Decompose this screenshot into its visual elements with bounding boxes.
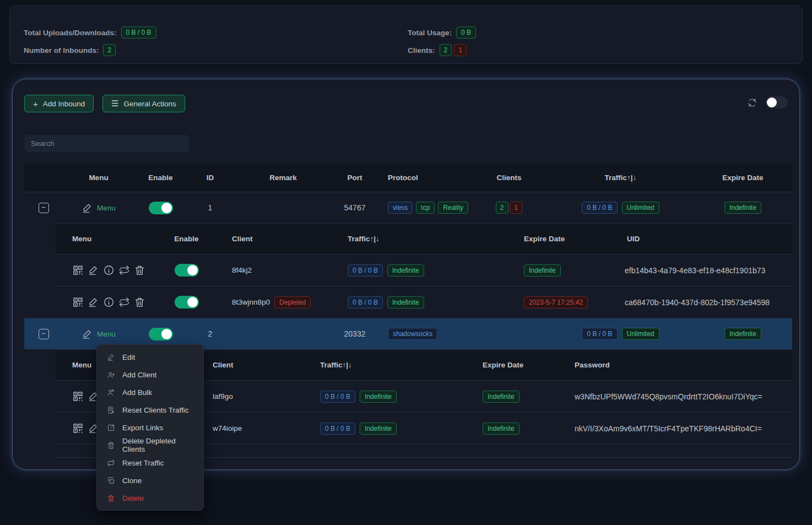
traffic-badge: 0 B / 0 B	[582, 202, 617, 214]
client-enable-toggle[interactable]	[175, 264, 199, 277]
row-menu-button[interactable]: Menu	[82, 328, 116, 340]
export-icon	[107, 424, 115, 432]
reset-traffic-icon[interactable]	[118, 296, 130, 308]
plus-icon: +	[33, 99, 38, 109]
menu-lines-icon: ☰	[111, 99, 118, 109]
traffic-badge: 0 B / 0 B	[320, 391, 355, 403]
qr-code-icon[interactable]	[72, 391, 84, 402]
header-uid: UID	[620, 235, 792, 243]
inbound-port: 20332	[333, 329, 377, 338]
clients-depleted-badge: 1	[454, 44, 467, 56]
header-expire-date: Expire Date	[694, 174, 792, 182]
menu-item-add-bulk[interactable]: Add Bulk	[97, 383, 203, 401]
reset-traffic-icon[interactable]	[118, 264, 130, 276]
client-name: 8f4kj2	[215, 266, 337, 274]
traffic-badge: 0 B / 0 B	[582, 328, 617, 340]
inbound-row-1: − Menu 1 54767 vless tcp Reality 2 1 0	[24, 192, 792, 223]
menu-item-label: Reset Clients Traffic	[122, 406, 189, 414]
header-client: Client	[204, 361, 309, 369]
header-expire-date: Expire Date	[513, 235, 620, 243]
depleted-badge: Depleted	[274, 296, 311, 308]
search-input[interactable]	[24, 135, 190, 152]
info-icon[interactable]	[103, 296, 115, 308]
enable-toggle[interactable]	[149, 202, 173, 214]
stat-value-badge: 2	[103, 44, 116, 56]
stat-value-badge: 0 B	[456, 26, 476, 39]
edit-pencil-icon	[82, 202, 93, 214]
expire-badge: Indefinite	[483, 423, 519, 435]
delete-icon[interactable]	[134, 264, 145, 276]
expire-badge: 2023-5-7 17:25:42	[524, 296, 588, 308]
expire-badge: Indefinite	[724, 328, 761, 340]
inbound-port: 54767	[333, 203, 377, 212]
user-add-icon	[107, 371, 115, 379]
row-menu-button[interactable]: Menu	[82, 202, 116, 214]
client-name: laf9go	[204, 392, 309, 400]
inbounds-table-header: Menu Enable ID Remark Port Protocol Clie…	[24, 163, 792, 192]
header-traffic-sort[interactable]: Traffic↑|↓	[337, 235, 513, 243]
client-row: 8t3wjnn8p0 Depleted 0 B / 0 B Indefinite…	[56, 286, 792, 318]
collapse-row-button[interactable]: −	[39, 329, 49, 339]
menu-item-export-links[interactable]: Export Links	[97, 419, 203, 436]
clients-table-vless: Menu Enable Client Traffic↑|↓ Expire Dat…	[56, 223, 792, 318]
menu-item-reset-traffic[interactable]: Reset Traffic	[97, 454, 203, 472]
row-menu-label: Menu	[97, 330, 116, 338]
qr-code-icon[interactable]	[72, 296, 84, 308]
security-badge: Reality	[438, 202, 468, 214]
client-enable-toggle[interactable]	[175, 296, 199, 308]
menu-item-delete[interactable]: Delete	[97, 489, 203, 507]
qr-code-icon[interactable]	[72, 423, 84, 434]
header-menu: Menu	[63, 174, 134, 182]
add-inbound-label: Add Inbound	[43, 100, 85, 108]
menu-item-label: Delete	[122, 494, 144, 502]
delete-icon[interactable]	[134, 296, 145, 308]
menu-item-add-client[interactable]: Add Client	[97, 366, 203, 383]
stat-total-uploads-downloads: Total Uploads/Downloads: 0 B / 0 B	[24, 26, 156, 39]
menu-item-label: Delete Depleted Clients	[122, 437, 193, 453]
stat-label: Total Uploads/Downloads:	[24, 29, 117, 37]
stat-label: Number of Inbounds:	[24, 46, 99, 55]
info-icon[interactable]	[103, 264, 115, 276]
general-actions-button[interactable]: ☰ General Actions	[102, 95, 185, 112]
qr-code-icon[interactable]	[72, 264, 84, 276]
menu-item-label: Clone	[122, 477, 142, 485]
menu-item-reset-clients-traffic[interactable]: Reset Clients Traffic	[97, 401, 203, 419]
inbound-id: 2	[187, 329, 234, 338]
network-badge: tcp	[416, 202, 435, 214]
edit-pencil-icon[interactable]	[88, 264, 99, 276]
traffic-limit-badge: Indefinite	[387, 296, 424, 308]
traffic-limit-badge: Unlimited	[622, 202, 659, 214]
menu-item-label: Reset Traffic	[122, 459, 164, 467]
menu-item-edit[interactable]: Edit	[97, 348, 203, 366]
menu-item-label: Add Bulk	[122, 388, 152, 397]
delete-icon	[107, 494, 115, 502]
traffic-badge: 0 B / 0 B	[348, 264, 383, 277]
client-name: w74ioipe	[204, 424, 309, 432]
collapse-row-button[interactable]: −	[39, 203, 49, 213]
stat-label: Total Usage:	[408, 29, 452, 37]
client-name: 8t3wjnn8p0	[232, 298, 270, 306]
enable-toggle[interactable]	[149, 328, 173, 340]
traffic-limit-badge: Indefinite	[360, 391, 397, 403]
client-password: w3NfbzUPf5WWd745Q8pvsmQrdrttT2IO6knuI7Di…	[568, 392, 792, 401]
row-menu-label: Menu	[97, 204, 116, 212]
edit-pencil-icon[interactable]	[88, 296, 99, 308]
expire-badge: Indefinite	[524, 264, 561, 277]
header-enable: Enable	[134, 174, 187, 182]
header-traffic-sort[interactable]: Traffic↑|↓	[309, 361, 474, 369]
general-actions-label: General Actions	[123, 100, 176, 108]
traffic-limit-badge: Indefinite	[360, 423, 397, 435]
theme-toggle[interactable]	[766, 96, 788, 109]
header-client: Client	[215, 235, 337, 243]
header-protocol: Protocol	[377, 174, 470, 182]
protocol-badge: vless	[388, 202, 413, 214]
expire-badge: Indefinite	[483, 391, 519, 403]
traffic-limit-badge: Unlimited	[622, 328, 659, 340]
header-id: ID	[187, 174, 234, 182]
refresh-icon[interactable]	[747, 98, 757, 108]
add-inbound-button[interactable]: + Add Inbound	[24, 95, 94, 112]
client-row: 8f4kj2 0 B / 0 B Indefinite Indefinite e…	[56, 254, 792, 286]
header-traffic-sort[interactable]: Traffic↑|↓	[548, 174, 694, 182]
menu-item-clone[interactable]: Clone	[97, 472, 203, 489]
menu-item-delete-depleted-clients[interactable]: Delete Depleted Clients	[97, 436, 203, 454]
